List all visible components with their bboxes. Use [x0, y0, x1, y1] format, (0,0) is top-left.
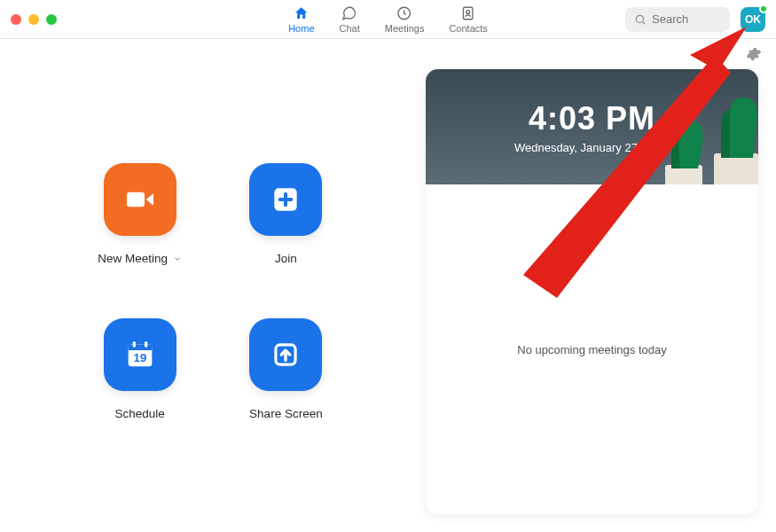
- action-label: New Meeting: [98, 252, 168, 265]
- plus-icon: [269, 183, 302, 216]
- dashboard-time: 4:03 PM: [529, 100, 655, 137]
- new-meeting-label-row: New Meeting: [98, 252, 182, 265]
- subbar: [0, 39, 776, 69]
- plant-illustration: [652, 87, 758, 184]
- empty-state-text: No upcoming meetings today: [517, 343, 666, 356]
- action-label: Join: [275, 252, 297, 265]
- search-box[interactable]: [625, 7, 730, 32]
- window-close-button[interactable]: [11, 14, 21, 25]
- schedule-button[interactable]: 19 Schedule: [98, 318, 182, 420]
- action-label: Share Screen: [249, 407, 323, 420]
- share-screen-button[interactable]: Share Screen: [244, 318, 328, 420]
- action-grid: New Meeting Join: [98, 163, 328, 420]
- dashboard-date: Wednesday, January 27, 2021: [514, 141, 670, 154]
- nav-tab-home[interactable]: Home: [288, 5, 314, 34]
- join-tile: [249, 163, 322, 236]
- nav-tab-chat[interactable]: Chat: [340, 5, 360, 34]
- calendar-icon: 19: [122, 337, 158, 372]
- join-button[interactable]: Join: [244, 163, 328, 265]
- svg-point-3: [636, 15, 643, 22]
- new-meeting-button[interactable]: New Meeting: [98, 163, 182, 265]
- clock-icon: [396, 5, 412, 21]
- nav-tab-meetings[interactable]: Meetings: [385, 5, 425, 34]
- window-controls: [11, 14, 57, 25]
- dashboard-hero: 4:03 PM Wednesday, January 27, 2021: [426, 69, 758, 184]
- svg-rect-8: [132, 341, 135, 348]
- chat-icon: [341, 5, 357, 21]
- share-tile: [249, 318, 322, 391]
- action-label: Schedule: [114, 407, 164, 420]
- gear-icon: [746, 46, 762, 62]
- svg-rect-7: [128, 344, 152, 350]
- titlebar: Home Chat Meetings Contacts: [0, 0, 776, 39]
- actions-panel: New Meeting Join: [18, 69, 408, 514]
- svg-rect-9: [145, 341, 147, 348]
- search-input[interactable]: [652, 12, 721, 26]
- home-icon: [294, 5, 310, 21]
- svg-rect-4: [127, 192, 145, 207]
- profile-avatar-button[interactable]: OK: [741, 7, 765, 32]
- titlebar-right-controls: OK: [625, 7, 765, 32]
- arrow-up-icon: [269, 338, 302, 372]
- presence-indicator: [759, 4, 768, 13]
- avatar-initials: OK: [745, 13, 761, 26]
- window-fullscreen-button[interactable]: [46, 14, 57, 25]
- nav-tabs: Home Chat Meetings Contacts: [288, 0, 488, 38]
- svg-point-2: [466, 10, 470, 13]
- dashboard-card: 4:03 PM Wednesday, January 27, 2021 No u…: [426, 69, 758, 514]
- search-icon: [634, 13, 647, 26]
- contacts-icon: [460, 5, 476, 21]
- svg-rect-11: [714, 153, 758, 184]
- chevron-down-icon[interactable]: [173, 254, 182, 263]
- nav-tab-label: Home: [288, 23, 314, 34]
- new-meeting-tile: [104, 163, 176, 236]
- nav-tab-label: Chat: [340, 23, 360, 34]
- main-content: New Meeting Join: [0, 69, 776, 532]
- window-minimize-button[interactable]: [28, 14, 39, 25]
- nav-tab-label: Meetings: [385, 23, 425, 34]
- schedule-tile: 19: [104, 318, 176, 391]
- calendar-day: 19: [133, 351, 146, 364]
- dashboard-body: No upcoming meetings today: [426, 184, 758, 514]
- nav-tab-contacts[interactable]: Contacts: [449, 5, 487, 34]
- dashboard-panel: 4:03 PM Wednesday, January 27, 2021 No u…: [426, 69, 758, 514]
- video-icon: [122, 182, 158, 217]
- settings-button[interactable]: [746, 46, 762, 62]
- nav-tab-label: Contacts: [449, 23, 487, 34]
